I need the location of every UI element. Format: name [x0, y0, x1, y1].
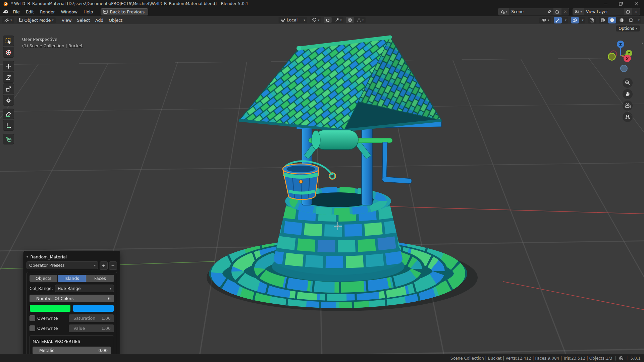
- overwrite-saturation-checkbox[interactable]: [30, 315, 35, 321]
- pan-view-button[interactable]: [623, 89, 633, 99]
- snap-settings-dropdown[interactable]: ▾: [333, 17, 343, 23]
- menu-file[interactable]: File: [10, 8, 23, 15]
- scene-name[interactable]: Scene: [509, 8, 545, 15]
- navigation-gizmo[interactable]: Z Y X: [604, 30, 637, 62]
- operator-settings-box: Objects Islands Faces Col_Range: Hue Ran…: [26, 272, 117, 354]
- col-range-label: Col_Range:: [30, 286, 53, 291]
- number-of-colors-slider[interactable]: Number Of Colors 6: [30, 295, 114, 302]
- unlink-scene-button[interactable]: ✕: [561, 8, 569, 15]
- mode-tabs: Objects Islands Faces: [30, 275, 114, 282]
- overwrite-value-checkbox[interactable]: [30, 325, 35, 331]
- gizmo-axis-neg-y[interactable]: [608, 53, 615, 60]
- menu-help[interactable]: Help: [80, 8, 96, 15]
- tool-annotate[interactable]: [3, 109, 14, 119]
- shading-solid-button[interactable]: [608, 17, 616, 23]
- show-gizmo-toggle[interactable]: [554, 17, 562, 23]
- menu-select[interactable]: Select: [74, 17, 93, 24]
- panel-title: Random_Material: [31, 254, 67, 259]
- viewport-header: ▾ Object Mode ▾ View Select Add Object L…: [0, 16, 644, 24]
- saturation-slider[interactable]: Saturation 1.00: [69, 314, 114, 322]
- zoom-view-button[interactable]: [623, 78, 633, 88]
- tool-scale[interactable]: [3, 83, 14, 94]
- col-range-dropdown[interactable]: Hue Range ▾: [55, 285, 114, 292]
- mode-dropdown[interactable]: Object Mode ▾: [17, 17, 56, 23]
- top-menu-bar: File Edit Render Window Help Back to Pre…: [0, 7, 644, 16]
- close-button[interactable]: [629, 0, 644, 7]
- menu-object[interactable]: Object: [106, 17, 125, 24]
- falloff-dropdown[interactable]: ▾: [355, 17, 366, 23]
- gizmo-settings-dropdown[interactable]: ▾: [563, 17, 568, 23]
- shading-settings-dropdown[interactable]: ▾: [636, 17, 641, 23]
- tool-add-cube[interactable]: [3, 134, 14, 144]
- viewport-info-overlay: User Perspective (1) Scene Collection | …: [22, 37, 83, 48]
- tab-islands[interactable]: Islands: [58, 275, 86, 282]
- proportional-edit-toggle[interactable]: [346, 17, 354, 23]
- tool-transform[interactable]: [3, 95, 14, 106]
- pivot-point-dropdown[interactable]: ▾: [310, 17, 322, 23]
- network-offline-icon: [619, 356, 624, 361]
- back-to-previous-button[interactable]: Back to Previous: [101, 8, 148, 15]
- tool-move[interactable]: [3, 61, 14, 71]
- remove-preset-button[interactable]: −: [109, 261, 117, 270]
- view-layer-browse-button[interactable]: ▾: [573, 8, 584, 15]
- well-roof[interactable]: [239, 37, 441, 130]
- menu-add[interactable]: Add: [93, 17, 106, 24]
- add-preset-button[interactable]: +: [100, 261, 108, 270]
- panel-header[interactable]: ▾ Random_Material: [26, 253, 117, 261]
- object-mode-icon: [19, 18, 23, 22]
- window-title: * Well3_B_RandomMaterial [D:\ssers\Docum…: [11, 1, 249, 6]
- object-visibility-dropdown[interactable]: ▾: [539, 17, 551, 23]
- shading-mode-group: ▾: [599, 17, 641, 23]
- show-overlays-toggle[interactable]: [571, 17, 579, 23]
- tool-rotate[interactable]: [3, 72, 14, 83]
- minimize-button[interactable]: [598, 0, 613, 7]
- duplicate-icon: [626, 10, 630, 14]
- tool-select-box[interactable]: [3, 36, 14, 46]
- well-body[interactable]: [272, 188, 404, 275]
- ortho-toggle-button[interactable]: [623, 112, 633, 122]
- restore-button[interactable]: [613, 0, 629, 7]
- menu-window[interactable]: Window: [58, 8, 80, 15]
- remove-view-layer-button[interactable]: ✕: [632, 8, 640, 15]
- visibility-eye-icon: [541, 18, 546, 22]
- overlays-settings-dropdown[interactable]: ▾: [580, 17, 585, 23]
- scene-browse-button[interactable]: ▾: [498, 8, 509, 15]
- new-view-layer-button[interactable]: [624, 8, 632, 15]
- camera-view-button[interactable]: [623, 101, 633, 111]
- shading-material-button[interactable]: [618, 17, 626, 23]
- view-layer-name[interactable]: View Layer: [584, 8, 624, 15]
- menu-view[interactable]: View: [59, 17, 74, 24]
- new-scene-button[interactable]: [553, 8, 561, 15]
- sidebar-toggle-chevron[interactable]: ‹: [642, 41, 643, 46]
- tab-faces[interactable]: Faces: [86, 275, 114, 282]
- tool-cursor[interactable]: [3, 47, 14, 58]
- editor-type-selector[interactable]: ▾: [2, 17, 14, 23]
- snap-toggle[interactable]: [324, 17, 332, 23]
- xray-toggle[interactable]: [588, 17, 596, 23]
- well-roller[interactable]: [309, 130, 412, 184]
- metallic-slider[interactable]: Metalic 0.00: [33, 347, 111, 354]
- view-layer-icon: [575, 10, 579, 14]
- blender-app-icon[interactable]: [3, 9, 8, 14]
- gizmo-axis-z-label: Z: [619, 43, 622, 47]
- editor-type-icon: [4, 18, 9, 22]
- viewport-3d[interactable]: User Perspective (1) Scene Collection | …: [0, 24, 644, 354]
- gizmo-axis-neg-z[interactable]: [620, 64, 628, 72]
- menu-render[interactable]: Render: [37, 8, 58, 15]
- value-slider[interactable]: Value 1.00: [69, 324, 114, 332]
- tool-measure[interactable]: [3, 120, 14, 131]
- gizmo-axis-x-label: X: [626, 57, 629, 61]
- tool-bar: [3, 36, 14, 144]
- transform-orientation-dropdown[interactable]: Local ▾: [279, 17, 307, 23]
- operator-panel-random-material: ▾ Random_Material Operator Presets ▾ + −…: [23, 251, 120, 354]
- color-swatch-green[interactable]: [30, 305, 71, 312]
- pin-icon[interactable]: [545, 8, 553, 15]
- color-swatch-blue[interactable]: [73, 305, 114, 312]
- pivot-icon: [312, 18, 317, 22]
- operator-presets-dropdown[interactable]: Operator Presets ▾: [26, 261, 98, 269]
- menu-edit[interactable]: Edit: [23, 8, 37, 15]
- shading-wireframe-button[interactable]: [599, 17, 607, 23]
- title-bar: * Well3_B_RandomMaterial [D:\ssers\Docum…: [0, 0, 644, 7]
- tab-objects[interactable]: Objects: [30, 275, 57, 282]
- shading-rendered-button[interactable]: [627, 17, 635, 23]
